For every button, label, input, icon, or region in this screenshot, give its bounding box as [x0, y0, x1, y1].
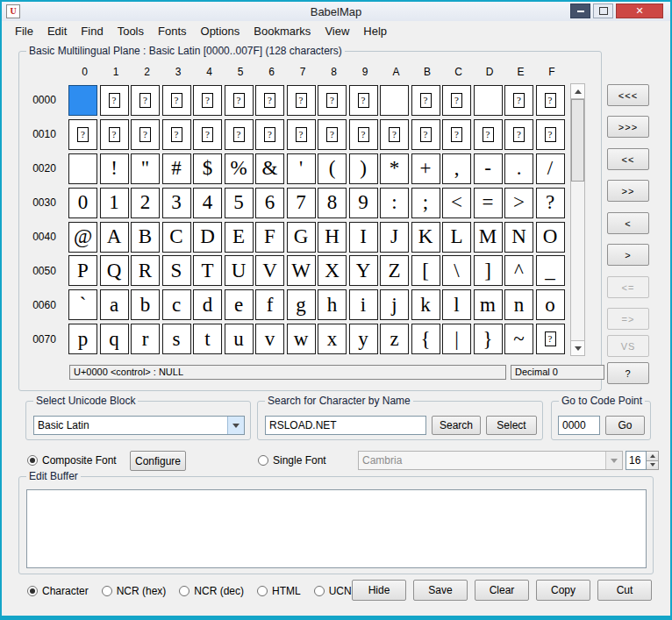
- char-cell[interactable]: ?: [380, 119, 409, 150]
- char-cell[interactable]: }: [474, 324, 503, 354]
- char-cell[interactable]: s: [162, 324, 191, 354]
- char-cell[interactable]: P: [68, 255, 97, 286]
- char-cell[interactable]: Q: [100, 255, 129, 286]
- char-cell[interactable]: ?: [131, 85, 160, 116]
- char-cell[interactable]: [474, 85, 503, 116]
- char-cell[interactable]: i: [349, 289, 378, 320]
- char-cell[interactable]: ?: [255, 85, 284, 116]
- hide-button[interactable]: Hide: [352, 580, 406, 601]
- menu-view[interactable]: View: [318, 23, 356, 39]
- nav-variation-selector-button[interactable]: VS: [607, 335, 649, 357]
- char-cell[interactable]: O: [536, 222, 565, 253]
- char-cell[interactable]: ?: [442, 85, 471, 116]
- char-cell[interactable]: ?: [225, 85, 254, 116]
- char-cell[interactable]: {: [411, 324, 440, 354]
- char-cell[interactable]: c: [162, 289, 191, 320]
- char-cell[interactable]: ): [349, 153, 378, 184]
- nav-next-block-button[interactable]: >>: [607, 180, 649, 202]
- search-input[interactable]: [265, 416, 426, 435]
- nav-last-block-button[interactable]: >>>: [607, 116, 649, 138]
- char-cell[interactable]: N: [504, 222, 533, 253]
- char-cell[interactable]: ?: [474, 119, 503, 150]
- nav-first-block-button[interactable]: <<<: [607, 84, 649, 106]
- char-cell[interactable]: 9: [349, 188, 378, 218]
- menu-edit[interactable]: Edit: [40, 23, 74, 39]
- char-cell[interactable]: l: [442, 289, 471, 320]
- char-cell[interactable]: S: [162, 255, 191, 286]
- menu-fonts[interactable]: Fonts: [151, 23, 194, 39]
- close-button[interactable]: ✕: [616, 4, 663, 18]
- scrollbar-thumb[interactable]: [571, 99, 584, 182]
- copy-button[interactable]: Copy: [536, 580, 590, 601]
- char-cell[interactable]: ?: [349, 119, 378, 150]
- spin-up-button[interactable]: [647, 451, 659, 461]
- char-cell[interactable]: `: [68, 289, 97, 320]
- char-cell[interactable]: V: [255, 255, 284, 286]
- edit-buffer-textarea[interactable]: [26, 489, 647, 568]
- char-cell[interactable]: :: [380, 188, 409, 218]
- combo-dropdown-button[interactable]: [227, 417, 244, 434]
- nav-history-back-button[interactable]: <=: [607, 276, 649, 298]
- char-cell[interactable]: ?: [193, 85, 222, 116]
- char-cell[interactable]: ?: [287, 85, 316, 116]
- char-cell[interactable]: [380, 85, 409, 116]
- unicode-block-combobox[interactable]: Basic Latin: [33, 416, 245, 435]
- nav-prev-page-button[interactable]: <: [607, 212, 649, 234]
- char-cell[interactable]: (: [318, 153, 347, 184]
- nav-prev-block-button[interactable]: <<: [607, 148, 649, 170]
- menu-help[interactable]: Help: [356, 23, 394, 39]
- char-cell[interactable]: [: [411, 255, 440, 286]
- char-cell[interactable]: ?: [255, 119, 284, 150]
- char-cell[interactable]: ?: [536, 324, 565, 354]
- char-cell[interactable]: A: [100, 222, 129, 253]
- char-cell[interactable]: n: [504, 289, 533, 320]
- char-cell[interactable]: t: [193, 324, 222, 354]
- char-cell[interactable]: X: [318, 255, 347, 286]
- char-cell[interactable]: 0: [68, 188, 97, 218]
- menu-tools[interactable]: Tools: [111, 23, 151, 39]
- char-cell[interactable]: ]: [474, 255, 503, 286]
- char-cell[interactable]: I: [349, 222, 378, 253]
- clear-button[interactable]: Clear: [475, 580, 529, 601]
- char-cell[interactable]: ?: [100, 85, 129, 116]
- go-button[interactable]: Go: [605, 416, 645, 435]
- format-radio-html[interactable]: HTML: [257, 585, 301, 597]
- nav-help-button[interactable]: ?: [607, 362, 649, 384]
- char-cell[interactable]: 7: [287, 188, 316, 218]
- char-cell[interactable]: ?: [162, 119, 191, 150]
- char-cell[interactable]: ': [287, 153, 316, 184]
- char-cell[interactable]: F: [255, 222, 284, 253]
- select-button[interactable]: Select: [486, 416, 537, 435]
- char-cell[interactable]: ?: [411, 85, 440, 116]
- char-cell[interactable]: ?: [318, 85, 347, 116]
- char-cell[interactable]: H: [318, 222, 347, 253]
- char-cell[interactable]: K: [411, 222, 440, 253]
- char-cell[interactable]: 1: [100, 188, 129, 218]
- char-cell[interactable]: 8: [318, 188, 347, 218]
- char-cell[interactable]: ": [131, 153, 160, 184]
- char-cell[interactable]: r: [131, 324, 160, 354]
- char-cell[interactable]: $: [193, 153, 222, 184]
- char-cell[interactable]: j: [380, 289, 409, 320]
- maximize-button[interactable]: [593, 4, 613, 18]
- char-cell[interactable]: ~: [504, 324, 533, 354]
- char-cell[interactable]: ;: [411, 188, 440, 218]
- char-cell[interactable]: [68, 85, 97, 116]
- char-cell[interactable]: ^: [504, 255, 533, 286]
- char-cell[interactable]: k: [411, 289, 440, 320]
- char-cell[interactable]: @: [68, 222, 97, 253]
- char-cell[interactable]: f: [255, 289, 284, 320]
- char-cell[interactable]: [68, 153, 97, 184]
- char-cell[interactable]: x: [318, 324, 347, 354]
- char-cell[interactable]: Y: [349, 255, 378, 286]
- char-cell[interactable]: o: [536, 289, 565, 320]
- char-cell[interactable]: /: [536, 153, 565, 184]
- char-cell[interactable]: ?: [68, 119, 97, 150]
- menu-find[interactable]: Find: [74, 23, 110, 39]
- char-cell[interactable]: J: [380, 222, 409, 253]
- char-cell[interactable]: h: [318, 289, 347, 320]
- codepoint-input[interactable]: [558, 416, 600, 435]
- search-button[interactable]: Search: [432, 416, 481, 435]
- format-radio-ncr-hex[interactable]: NCR (hex): [102, 585, 167, 597]
- char-cell[interactable]: ?: [131, 119, 160, 150]
